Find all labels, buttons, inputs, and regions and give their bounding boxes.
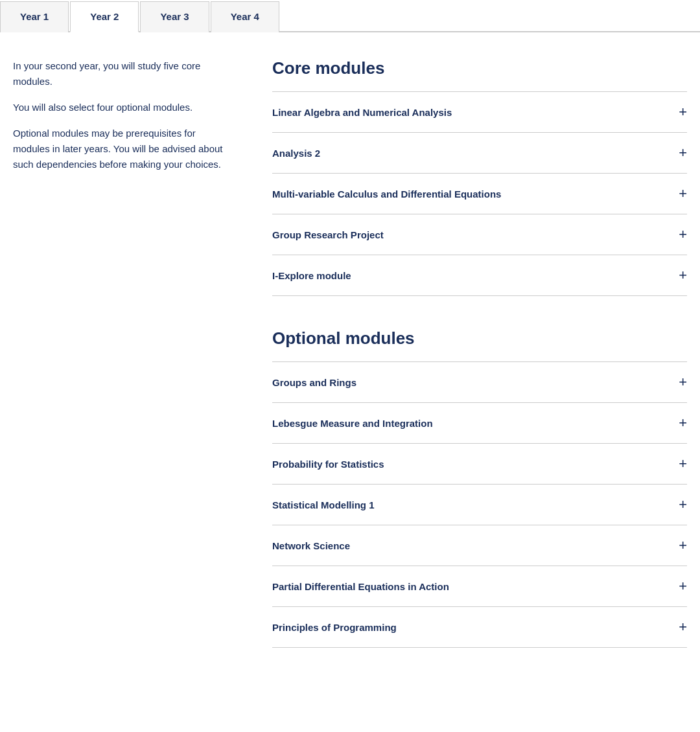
- tab-year2[interactable]: Year 2: [70, 1, 139, 32]
- tab-year4[interactable]: Year 4: [211, 1, 279, 32]
- sidebar-text-2: You will also select four optional modul…: [13, 100, 233, 115]
- module-name-analysis2: Analysis 2: [272, 148, 320, 159]
- expand-icon-probability: +: [679, 457, 687, 471]
- optional-modules-section: Optional modules Groups and Rings + Lebe…: [272, 328, 687, 648]
- core-modules-section: Core modules Linear Algebra and Numerica…: [272, 58, 687, 296]
- module-name-multivariable: Multi-variable Calculus and Differential…: [272, 189, 501, 200]
- core-modules-title: Core modules: [272, 58, 687, 78]
- module-item-group-research[interactable]: Group Research Project +: [272, 214, 687, 255]
- module-item-linear-algebra[interactable]: Linear Algebra and Numerical Analysis +: [272, 91, 687, 132]
- optional-modules-list: Groups and Rings + Lebesgue Measure and …: [272, 361, 687, 648]
- expand-icon-linear-algebra: +: [679, 105, 687, 119]
- module-name-statistical-modelling: Statistical Modelling 1: [272, 499, 375, 510]
- expand-icon-network-science: +: [679, 538, 687, 553]
- expand-icon-groups-rings: +: [679, 375, 687, 389]
- expand-icon-principles-programming: +: [679, 620, 687, 634]
- module-name-probability: Probability for Statistics: [272, 459, 384, 470]
- expand-icon-pde: +: [679, 579, 687, 593]
- expand-icon-lebesgue: +: [679, 416, 687, 430]
- module-item-pde[interactable]: Partial Differential Equations in Action…: [272, 566, 687, 606]
- module-item-statistical-modelling[interactable]: Statistical Modelling 1 +: [272, 484, 687, 525]
- modules-section: Core modules Linear Algebra and Numerica…: [272, 58, 687, 648]
- expand-icon-statistical-modelling: +: [679, 498, 687, 512]
- module-item-analysis2[interactable]: Analysis 2 +: [272, 132, 687, 173]
- sidebar-description: In your second year, you will study five…: [13, 58, 233, 648]
- module-item-probability[interactable]: Probability for Statistics +: [272, 443, 687, 484]
- sidebar-text-1: In your second year, you will study five…: [13, 58, 233, 89]
- module-name-iexplore: I-Explore module: [272, 270, 351, 281]
- expand-icon-iexplore: +: [679, 268, 687, 282]
- module-item-multivariable[interactable]: Multi-variable Calculus and Differential…: [272, 173, 687, 214]
- expand-icon-multivariable: +: [679, 187, 687, 201]
- module-name-lebesgue: Lebesgue Measure and Integration: [272, 418, 433, 429]
- tab-year3[interactable]: Year 3: [140, 1, 209, 32]
- module-name-linear-algebra: Linear Algebra and Numerical Analysis: [272, 107, 452, 118]
- module-item-iexplore[interactable]: I-Explore module +: [272, 255, 687, 296]
- main-content: In your second year, you will study five…: [0, 32, 700, 674]
- module-name-network-science: Network Science: [272, 540, 350, 551]
- year-tabs: Year 1 Year 2 Year 3 Year 4: [0, 0, 700, 32]
- module-item-network-science[interactable]: Network Science +: [272, 525, 687, 566]
- expand-icon-group-research: +: [679, 227, 687, 242]
- optional-modules-title: Optional modules: [272, 328, 687, 349]
- module-name-groups-rings: Groups and Rings: [272, 377, 356, 388]
- module-name-pde: Partial Differential Equations in Action: [272, 581, 449, 592]
- module-name-group-research: Group Research Project: [272, 229, 384, 240]
- module-item-groups-rings[interactable]: Groups and Rings +: [272, 361, 687, 402]
- core-modules-list: Linear Algebra and Numerical Analysis + …: [272, 91, 687, 296]
- sidebar-text-3: Optional modules may be prerequisites fo…: [13, 126, 233, 172]
- tab-year1[interactable]: Year 1: [0, 1, 69, 32]
- expand-icon-analysis2: +: [679, 146, 687, 160]
- module-name-principles-programming: Principles of Programming: [272, 622, 397, 633]
- module-item-lebesgue[interactable]: Lebesgue Measure and Integration +: [272, 402, 687, 443]
- module-item-principles-programming[interactable]: Principles of Programming +: [272, 606, 687, 648]
